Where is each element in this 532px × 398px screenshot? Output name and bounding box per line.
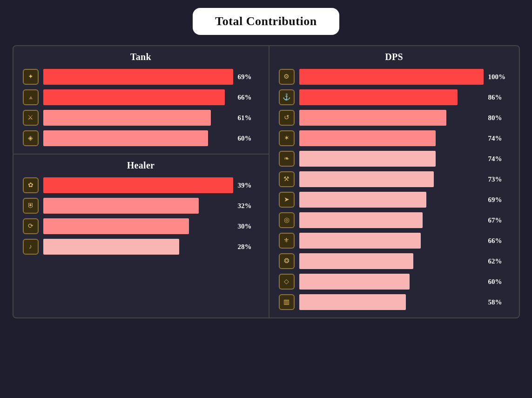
bar-percentage: 80% — [488, 114, 510, 122]
class-icon: ⚔ — [23, 110, 39, 126]
bar-track — [299, 171, 484, 187]
list-item: ✿39% — [23, 177, 259, 193]
bar-track — [299, 253, 484, 269]
page-title: Total Contribution — [215, 14, 317, 28]
bar-percentage: 100% — [488, 73, 510, 81]
bar-fill — [299, 192, 426, 208]
bar-track — [299, 151, 484, 167]
bar-percentage: 69% — [238, 73, 259, 81]
bar-track — [43, 130, 233, 146]
bar-track — [299, 212, 484, 228]
title-box: Total Contribution — [193, 8, 339, 35]
list-item: ❧74% — [279, 151, 510, 167]
dps-section: DPS ⚙100%⚓86%↺80%✶74%❧74%⚒73%➤69%◎67%⚜66… — [269, 46, 519, 317]
dps-title: DPS — [279, 52, 510, 62]
bar-percentage: 61% — [238, 114, 259, 122]
bar-percentage: 66% — [488, 237, 510, 245]
list-item: ⟁66% — [23, 89, 259, 105]
bar-percentage: 66% — [238, 94, 259, 101]
list-item: ⚜66% — [279, 233, 510, 249]
bar-fill — [43, 110, 211, 126]
class-icon: ◎ — [279, 212, 295, 228]
bar-track — [43, 89, 233, 105]
bar-percentage: 58% — [488, 298, 510, 306]
class-icon: ↺ — [279, 110, 295, 126]
list-item: ➤69% — [279, 192, 510, 208]
bar-track — [43, 218, 233, 234]
bar-fill — [43, 239, 180, 255]
class-icon: ♪ — [23, 239, 39, 255]
main-container: Tank ✦69%⟁66%⚔61%◈60% Healer ✿39%⛨32%⟳30… — [13, 45, 520, 318]
bar-track — [299, 192, 484, 208]
class-icon: ⟳ — [23, 218, 39, 234]
list-item: ⚙100% — [279, 69, 510, 85]
bar-track — [299, 294, 484, 310]
bar-fill — [299, 212, 423, 228]
class-icon: ◇ — [279, 274, 295, 290]
list-item: ⚒73% — [279, 171, 510, 187]
list-item: ⟳30% — [23, 218, 259, 234]
bar-percentage: 62% — [488, 257, 510, 265]
class-icon: ⛨ — [23, 198, 39, 214]
bar-percentage: 67% — [488, 216, 510, 224]
list-item: ⚔61% — [23, 110, 259, 126]
class-icon: ⚜ — [279, 233, 295, 249]
bar-track — [299, 274, 484, 290]
bar-percentage: 39% — [238, 182, 259, 189]
bar-percentage: 74% — [488, 155, 510, 163]
tank-title: Tank — [23, 52, 259, 62]
class-icon: ⚙ — [279, 69, 295, 85]
bar-percentage: 86% — [488, 94, 510, 101]
bar-fill — [299, 151, 436, 167]
list-item: ⚓86% — [279, 89, 510, 105]
bar-percentage: 30% — [238, 223, 259, 230]
bar-track — [299, 233, 484, 249]
bar-fill — [43, 198, 199, 214]
bar-percentage: 74% — [488, 135, 510, 142]
left-panel: Tank ✦69%⟁66%⚔61%◈60% Healer ✿39%⛨32%⟳30… — [13, 46, 269, 317]
bar-fill — [299, 69, 484, 85]
bar-percentage: 60% — [238, 135, 259, 142]
bar-fill — [299, 130, 436, 146]
list-item: ✶74% — [279, 130, 510, 146]
bar-track — [299, 110, 484, 126]
bar-fill — [43, 89, 225, 105]
healer-section: Healer ✿39%⛨32%⟳30%♪28% — [13, 154, 269, 262]
list-item: ↺80% — [279, 110, 510, 126]
bar-fill — [299, 110, 447, 126]
class-icon: ✶ — [279, 130, 295, 146]
class-icon: ✦ — [23, 69, 39, 85]
healer-title: Healer — [23, 160, 259, 171]
tank-rows: ✦69%⟁66%⚔61%◈60% — [23, 69, 259, 146]
bar-track — [43, 110, 233, 126]
class-icon: ▥ — [279, 294, 295, 310]
bar-fill — [43, 218, 189, 234]
bar-percentage: 60% — [488, 278, 510, 286]
list-item: ❂62% — [279, 253, 510, 269]
class-icon: ❂ — [279, 253, 295, 269]
bar-fill — [43, 130, 209, 146]
bar-fill — [43, 69, 233, 85]
list-item: ♪28% — [23, 239, 259, 255]
bar-percentage: 73% — [488, 175, 510, 183]
list-item: ◇60% — [279, 274, 510, 290]
class-icon: ➤ — [279, 192, 295, 208]
bar-track — [43, 69, 233, 85]
dps-rows: ⚙100%⚓86%↺80%✶74%❧74%⚒73%➤69%◎67%⚜66%❂62… — [279, 69, 510, 310]
bar-track — [299, 130, 484, 146]
bar-track — [299, 89, 484, 105]
bar-fill — [299, 253, 414, 269]
class-icon: ❧ — [279, 151, 295, 167]
list-item: ◈60% — [23, 130, 259, 146]
list-item: ◎67% — [279, 212, 510, 228]
class-icon: ◈ — [23, 130, 39, 146]
bar-fill — [299, 274, 410, 290]
class-icon: ⚒ — [279, 171, 295, 187]
list-item: ▥58% — [279, 294, 510, 310]
bar-fill — [299, 171, 434, 187]
list-item: ⛨32% — [23, 198, 259, 214]
bar-track — [43, 239, 233, 255]
bar-percentage: 69% — [488, 196, 510, 204]
bar-percentage: 28% — [238, 243, 259, 251]
list-item: ✦69% — [23, 69, 259, 85]
